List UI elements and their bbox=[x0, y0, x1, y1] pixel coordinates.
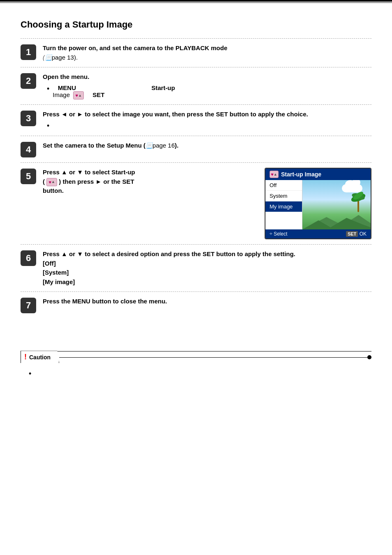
bullet-dot: • bbox=[47, 84, 49, 94]
step-7-text: Press the MENU button to close the menu. bbox=[43, 297, 371, 306]
step-2-content: Open the menu. • MENU Start-up Image ♥▲ bbox=[43, 72, 371, 99]
screen-image bbox=[302, 180, 371, 229]
step-1-number: 1 bbox=[21, 44, 36, 60]
step-2-number: 2 bbox=[21, 73, 36, 89]
caution-icon: ! bbox=[24, 353, 27, 361]
screen-header-title: Start-up Image bbox=[281, 171, 321, 178]
step-6-number: 6 bbox=[21, 250, 36, 266]
step-3-bullet: • bbox=[47, 121, 371, 131]
screen-menu-system[interactable]: System bbox=[265, 191, 302, 201]
step-1-text: Turn the power on, and set the camera to… bbox=[43, 44, 371, 62]
step-5-content: Press ▲ or ▼ to select Start-up ( ♥▲ ) t… bbox=[43, 168, 371, 239]
page-title: Choosing a Startup Image bbox=[21, 19, 371, 30]
screen-footer: ÷ Select SET OK bbox=[265, 229, 371, 238]
step-5-left: Press ▲ or ▼ to select Start-up ( ♥▲ ) t… bbox=[43, 168, 256, 196]
step-4-text: Set the camera to the Setup Menu (📃page … bbox=[43, 141, 371, 150]
caution-section: ! Caution • bbox=[21, 351, 371, 383]
mountain bbox=[302, 213, 371, 229]
step-7: 7 Press the MENU button to close the men… bbox=[21, 291, 371, 318]
screen-header: ♥▲ Start-up Image bbox=[265, 169, 371, 180]
caution-line bbox=[59, 357, 371, 358]
step-4: 4 Set the camera to the Setup Menu (📃pag… bbox=[21, 136, 371, 162]
step-5-number: 5 bbox=[21, 169, 36, 184]
screen-menu-off[interactable]: Off bbox=[265, 180, 302, 191]
step-6-content: Press ▲ or ▼ to select a desired option … bbox=[43, 250, 371, 287]
step-2-sub: • MENU Start-up Image ♥▲ SET bbox=[47, 84, 371, 99]
step-7-number: 7 bbox=[21, 298, 36, 313]
top-border-thick bbox=[0, 0, 392, 2]
menu-icon-step2: ♥▲ bbox=[73, 91, 84, 99]
step-6: 6 Press ▲ or ▼ to select a desired optio… bbox=[21, 244, 371, 291]
step-5: 5 Press ▲ or ▼ to select Start-up ( ♥▲ )… bbox=[21, 162, 371, 244]
set-badge: SET bbox=[346, 231, 358, 237]
palm-tree bbox=[350, 187, 367, 212]
step-1: 1 Turn the power on, and set the camera … bbox=[21, 38, 371, 67]
step-2-bullet: • MENU Start-up Image ♥▲ SET bbox=[47, 84, 371, 99]
menu-icon-step5: ♥▲ bbox=[46, 178, 57, 186]
step-2-text: Open the menu. bbox=[43, 72, 371, 82]
camera-screen: ♥▲ Start-up Image Off System My image bbox=[265, 168, 371, 239]
step-2-bullet-text: MENU Start-up Image ♥▲ SET bbox=[53, 84, 175, 99]
step-4-number: 4 bbox=[21, 142, 36, 157]
step-1-content: Turn the power on, and set the camera to… bbox=[43, 44, 371, 62]
screen-menu: Off System My image bbox=[265, 180, 302, 229]
step-3-number: 3 bbox=[21, 111, 36, 126]
step-3-content: Press ◄ or ► to select the image you wan… bbox=[43, 110, 371, 131]
step-5-text: Press ▲ or ▼ to select Start-up ( ♥▲ ) t… bbox=[43, 168, 256, 196]
caution-bullet-dot: • bbox=[29, 369, 31, 379]
caution-body: • bbox=[21, 363, 371, 383]
screen-header-icon: ♥▲ bbox=[270, 171, 279, 178]
top-border-thin bbox=[0, 2, 392, 3]
step-3: 3 Press ◄ or ► to select the image you w… bbox=[21, 104, 371, 136]
bullet-dot-3: • bbox=[47, 121, 49, 131]
svg-rect-0 bbox=[357, 200, 359, 212]
step-3-sub: • bbox=[47, 121, 371, 131]
step-2: 2 Open the menu. • MENU Start-up Image bbox=[21, 67, 371, 104]
caution-dot bbox=[367, 355, 371, 359]
step-7-content: Press the MENU button to close the menu. bbox=[43, 297, 371, 306]
step-4-content: Set the camera to the Setup Menu (📃page … bbox=[43, 141, 371, 150]
step-5-row: Press ▲ or ▼ to select Start-up ( ♥▲ ) t… bbox=[43, 168, 371, 239]
screen-footer-select: ÷ Select bbox=[270, 231, 287, 237]
page-content: Choosing a Startup Image 1 Turn the powe… bbox=[0, 11, 392, 400]
caution-bullet: • bbox=[29, 369, 363, 379]
screen-body: Off System My image bbox=[265, 180, 371, 229]
step-6-text: Press ▲ or ▼ to select a desired option … bbox=[43, 250, 371, 287]
step-3-text: Press ◄ or ► to select the image you wan… bbox=[43, 110, 371, 119]
caution-label: Caution bbox=[29, 354, 51, 361]
screen-menu-myimage[interactable]: My image bbox=[265, 201, 302, 212]
caution-header-row: ! Caution bbox=[21, 351, 371, 363]
caution-tab: ! Caution bbox=[21, 351, 59, 363]
screen-footer-ok: SET OK bbox=[346, 231, 367, 237]
